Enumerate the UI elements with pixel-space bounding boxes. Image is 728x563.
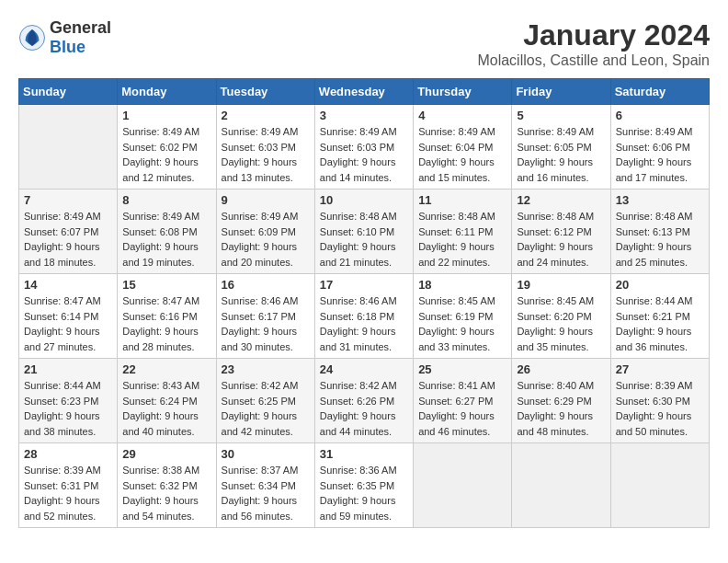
calendar-cell: 12Sunrise: 8:48 AMSunset: 6:12 PMDayligh… — [512, 190, 610, 274]
calendar-cell: 13Sunrise: 8:48 AMSunset: 6:13 PMDayligh… — [610, 190, 709, 274]
day-number: 4 — [418, 109, 506, 122]
day-number: 6 — [616, 109, 704, 122]
day-number: 27 — [616, 362, 704, 376]
day-info: Sunrise: 8:48 AMSunset: 6:10 PMDaylight:… — [320, 209, 408, 270]
calendar-cell: 18Sunrise: 8:45 AMSunset: 6:19 PMDayligh… — [414, 274, 512, 359]
day-info: Sunrise: 8:49 AMSunset: 6:07 PMDaylight:… — [24, 209, 112, 270]
weekday-header-row: SundayMondayTuesdayWednesdayThursdayFrid… — [19, 79, 710, 105]
calendar-cell: 1Sunrise: 8:49 AMSunset: 6:02 PMDaylight… — [118, 105, 216, 190]
weekday-header-sunday: Sunday — [19, 79, 118, 105]
calendar-week-row: 1Sunrise: 8:49 AMSunset: 6:02 PMDaylight… — [19, 105, 710, 190]
day-info: Sunrise: 8:48 AMSunset: 6:11 PMDaylight:… — [418, 209, 506, 270]
calendar-cell — [414, 443, 512, 528]
weekday-header-tuesday: Tuesday — [216, 79, 314, 105]
day-number: 21 — [24, 362, 112, 376]
day-info: Sunrise: 8:47 AMSunset: 6:14 PMDaylight:… — [24, 293, 112, 354]
day-number: 3 — [320, 109, 408, 122]
calendar-cell: 27Sunrise: 8:39 AMSunset: 6:30 PMDayligh… — [610, 359, 709, 443]
calendar-cell: 22Sunrise: 8:43 AMSunset: 6:24 PMDayligh… — [118, 359, 216, 443]
calendar-cell: 5Sunrise: 8:49 AMSunset: 6:05 PMDaylight… — [512, 105, 610, 190]
day-number: 7 — [24, 193, 112, 207]
calendar-cell: 8Sunrise: 8:49 AMSunset: 6:08 PMDaylight… — [118, 190, 216, 274]
day-info: Sunrise: 8:36 AMSunset: 6:35 PMDaylight:… — [320, 463, 408, 523]
day-number: 10 — [320, 193, 408, 207]
day-info: Sunrise: 8:48 AMSunset: 6:12 PMDaylight:… — [517, 209, 605, 270]
day-number: 1 — [122, 109, 210, 122]
day-number: 18 — [418, 278, 506, 292]
calendar-cell: 4Sunrise: 8:49 AMSunset: 6:04 PMDaylight… — [414, 105, 512, 190]
day-info: Sunrise: 8:46 AMSunset: 6:18 PMDaylight:… — [320, 293, 408, 354]
day-info: Sunrise: 8:41 AMSunset: 6:27 PMDaylight:… — [418, 378, 506, 439]
logo-text: General Blue — [50, 18, 111, 57]
calendar-cell: 14Sunrise: 8:47 AMSunset: 6:14 PMDayligh… — [19, 274, 118, 359]
day-info: Sunrise: 8:46 AMSunset: 6:17 PMDaylight:… — [222, 293, 310, 354]
day-number: 22 — [122, 362, 210, 376]
day-info: Sunrise: 8:45 AMSunset: 6:19 PMDaylight:… — [418, 293, 506, 354]
day-info: Sunrise: 8:42 AMSunset: 6:26 PMDaylight:… — [320, 378, 408, 439]
day-number: 26 — [517, 362, 605, 376]
calendar-cell: 7Sunrise: 8:49 AMSunset: 6:07 PMDaylight… — [19, 190, 118, 274]
day-info: Sunrise: 8:49 AMSunset: 6:03 PMDaylight:… — [320, 124, 408, 185]
calendar-cell: 26Sunrise: 8:40 AMSunset: 6:29 PMDayligh… — [512, 359, 610, 443]
calendar-cell: 24Sunrise: 8:42 AMSunset: 6:26 PMDayligh… — [314, 359, 413, 443]
day-number: 16 — [222, 278, 310, 292]
day-info: Sunrise: 8:43 AMSunset: 6:24 PMDaylight:… — [122, 378, 210, 439]
calendar-week-row: 28Sunrise: 8:39 AMSunset: 6:31 PMDayligh… — [19, 443, 710, 528]
calendar-cell: 29Sunrise: 8:38 AMSunset: 6:32 PMDayligh… — [118, 443, 216, 528]
day-number: 8 — [122, 193, 210, 207]
day-number: 17 — [320, 278, 408, 292]
day-number: 24 — [320, 362, 408, 376]
logo: General Blue — [18, 18, 111, 57]
day-number: 2 — [222, 109, 310, 122]
weekday-header-monday: Monday — [118, 79, 216, 105]
day-number: 29 — [122, 447, 210, 461]
day-info: Sunrise: 8:49 AMSunset: 6:02 PMDaylight:… — [122, 124, 210, 185]
day-number: 13 — [616, 193, 704, 207]
logo-icon — [18, 24, 46, 52]
title-section: January 2024 Molacillos, Castille and Le… — [477, 18, 710, 69]
calendar-cell: 25Sunrise: 8:41 AMSunset: 6:27 PMDayligh… — [414, 359, 512, 443]
calendar-week-row: 7Sunrise: 8:49 AMSunset: 6:07 PMDaylight… — [19, 190, 710, 274]
page-header: General Blue January 2024 Molacillos, Ca… — [18, 18, 710, 69]
day-number: 9 — [222, 193, 310, 207]
weekday-header-thursday: Thursday — [414, 79, 512, 105]
day-number: 30 — [222, 447, 310, 461]
day-number: 19 — [517, 278, 605, 292]
weekday-header-wednesday: Wednesday — [314, 79, 413, 105]
day-number: 14 — [24, 278, 112, 292]
calendar-cell: 20Sunrise: 8:44 AMSunset: 6:21 PMDayligh… — [610, 274, 709, 359]
day-info: Sunrise: 8:49 AMSunset: 6:06 PMDaylight:… — [616, 124, 704, 185]
day-info: Sunrise: 8:49 AMSunset: 6:05 PMDaylight:… — [517, 124, 605, 185]
day-info: Sunrise: 8:38 AMSunset: 6:32 PMDaylight:… — [122, 463, 210, 523]
day-info: Sunrise: 8:45 AMSunset: 6:20 PMDaylight:… — [517, 293, 605, 354]
day-info: Sunrise: 8:49 AMSunset: 6:04 PMDaylight:… — [418, 124, 506, 185]
calendar-cell — [512, 443, 610, 528]
day-info: Sunrise: 8:49 AMSunset: 6:08 PMDaylight:… — [122, 209, 210, 270]
day-info: Sunrise: 8:44 AMSunset: 6:21 PMDaylight:… — [616, 293, 704, 354]
calendar-cell: 9Sunrise: 8:49 AMSunset: 6:09 PMDaylight… — [216, 190, 314, 274]
calendar-cell: 2Sunrise: 8:49 AMSunset: 6:03 PMDaylight… — [216, 105, 314, 190]
calendar-cell: 15Sunrise: 8:47 AMSunset: 6:16 PMDayligh… — [118, 274, 216, 359]
calendar-cell: 6Sunrise: 8:49 AMSunset: 6:06 PMDaylight… — [610, 105, 709, 190]
day-info: Sunrise: 8:47 AMSunset: 6:16 PMDaylight:… — [122, 293, 210, 354]
logo-general: General — [50, 18, 111, 37]
day-number: 25 — [418, 362, 506, 376]
weekday-header-saturday: Saturday — [610, 79, 709, 105]
calendar-week-row: 21Sunrise: 8:44 AMSunset: 6:23 PMDayligh… — [19, 359, 710, 443]
day-number: 28 — [24, 447, 112, 461]
day-info: Sunrise: 8:39 AMSunset: 6:31 PMDaylight:… — [24, 463, 112, 523]
month-year-title: January 2024 — [477, 18, 710, 52]
day-info: Sunrise: 8:48 AMSunset: 6:13 PMDaylight:… — [616, 209, 704, 270]
day-number: 20 — [616, 278, 704, 292]
calendar-cell — [610, 443, 709, 528]
calendar-cell: 10Sunrise: 8:48 AMSunset: 6:10 PMDayligh… — [314, 190, 413, 274]
day-number: 12 — [517, 193, 605, 207]
day-info: Sunrise: 8:37 AMSunset: 6:34 PMDaylight:… — [222, 463, 310, 523]
calendar-cell: 30Sunrise: 8:37 AMSunset: 6:34 PMDayligh… — [216, 443, 314, 528]
day-info: Sunrise: 8:49 AMSunset: 6:09 PMDaylight:… — [222, 209, 310, 270]
calendar-cell — [19, 105, 118, 190]
calendar-cell: 3Sunrise: 8:49 AMSunset: 6:03 PMDaylight… — [314, 105, 413, 190]
day-info: Sunrise: 8:40 AMSunset: 6:29 PMDaylight:… — [517, 378, 605, 439]
logo-blue: Blue — [50, 38, 85, 56]
calendar-cell: 17Sunrise: 8:46 AMSunset: 6:18 PMDayligh… — [314, 274, 413, 359]
